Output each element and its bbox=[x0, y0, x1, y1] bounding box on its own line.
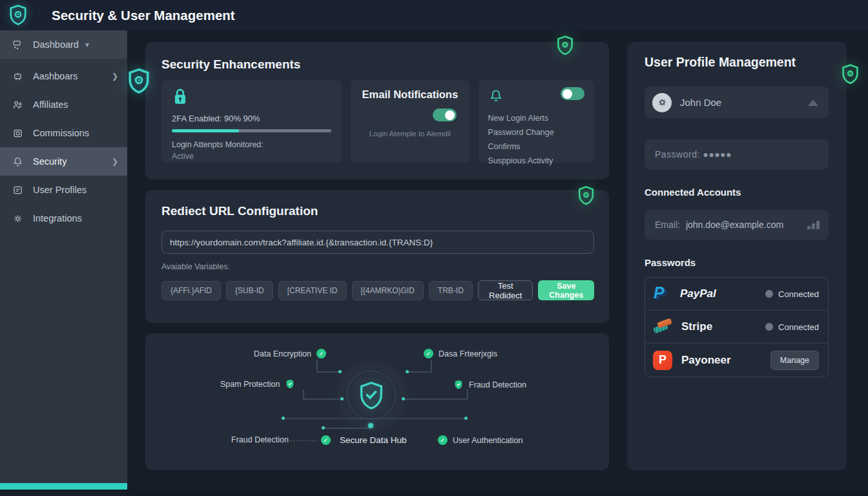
passwords-label: Passwords bbox=[645, 257, 829, 268]
shield-check-icon bbox=[356, 379, 386, 411]
security-diagram-card: Data Encryption ✓ ✓ Dasa Frteerjxgis Spa… bbox=[145, 333, 609, 470]
connector-line bbox=[408, 371, 431, 373]
sidebar-item-label: Commissions bbox=[33, 128, 89, 138]
variable-chip[interactable]: [{4AMRKO)GID bbox=[352, 281, 424, 300]
connector-line bbox=[284, 418, 466, 419]
triangle-up-icon bbox=[808, 99, 818, 106]
password-field[interactable]: Password: ●●●●● bbox=[645, 140, 829, 169]
signal-icon bbox=[807, 221, 820, 229]
profile-card-icon bbox=[12, 184, 24, 196]
connector-line bbox=[404, 398, 468, 400]
toggle-knob bbox=[563, 89, 572, 99]
connected-accounts-list: PP PayPal Connected Stripe Connected P P… bbox=[645, 277, 829, 377]
bell-icon bbox=[12, 156, 24, 168]
twofa-progress-fill bbox=[172, 129, 239, 132]
connector-dot bbox=[402, 397, 405, 400]
email-value: john.doe@example.com bbox=[686, 220, 783, 230]
diagram-node-user-authentication: ✓ User Authentication bbox=[438, 435, 522, 445]
twofa-card: 2FA Enabled: 90% 90% Login Attenpts Moni… bbox=[161, 80, 342, 163]
node-label: Secure Data Hub bbox=[340, 435, 407, 445]
robot-icon bbox=[12, 70, 24, 83]
shield-gear-logo-icon bbox=[6, 3, 30, 27]
account-name: Stripe bbox=[681, 320, 712, 333]
sidebar-item-label: Integrations bbox=[33, 213, 82, 223]
sidebar-item-integrations[interactable]: Integrations bbox=[0, 204, 127, 232]
variable-chip[interactable]: TRB-ID bbox=[429, 281, 473, 300]
diagram-node-spam-protection: Spam Protection bbox=[220, 378, 295, 389]
payoneer-icon: P bbox=[653, 351, 672, 370]
check-circle-icon: ✓ bbox=[424, 349, 433, 358]
status-dot bbox=[765, 290, 773, 298]
variable-chip[interactable]: {SUB-ID bbox=[226, 281, 273, 300]
check-circle-icon: ✓ bbox=[321, 435, 331, 445]
twofa-status-label: 2FA Enabled: 90% 90% bbox=[172, 114, 331, 123]
login-alerts-card: New Login Alerts Password Change Confirm… bbox=[479, 80, 594, 163]
password-value: Password: ●●●●● bbox=[655, 149, 732, 160]
status-dot bbox=[765, 323, 773, 331]
sidebar-item-user-profiles[interactable]: User Profiles bbox=[0, 176, 127, 204]
page-title: Security & User Management bbox=[52, 0, 235, 30]
sidebar-item-security[interactable]: Security ❯ bbox=[0, 147, 127, 176]
diagram-node-secure-data-hub: ✓ Secure Data Hub bbox=[321, 435, 407, 445]
diagram-node-fraud-detection-bottom: Fraud Detection bbox=[231, 435, 289, 444]
alert-item: Password Change Confirms bbox=[488, 125, 584, 154]
redirect-url-card: Rediect URL Configuration Avaiable Varia… bbox=[145, 190, 609, 323]
connector-dot bbox=[406, 370, 409, 373]
user-profile-panel: User Profile Management John Doe Passwor… bbox=[627, 42, 847, 470]
login-attempts-label: Login Attenpts Monitored: bbox=[172, 140, 331, 149]
node-label: Fraud Detection bbox=[469, 380, 526, 389]
connector-dot bbox=[464, 417, 468, 420]
connector-dot bbox=[340, 397, 344, 400]
connector-dot bbox=[282, 417, 285, 420]
affiliates-icon bbox=[12, 99, 24, 111]
sidebar-item-affiliates[interactable]: Affiliates bbox=[0, 90, 127, 119]
avatar bbox=[652, 93, 672, 112]
toggle-knob bbox=[445, 110, 455, 120]
sidebar-item-aashboars[interactable]: Aashboars ❯ bbox=[0, 62, 127, 90]
account-status: Connected bbox=[778, 322, 819, 332]
alert-item: Susppious Activity bbox=[488, 154, 584, 168]
diagram-node-fraud-detection-right: Fraud Detection bbox=[453, 379, 526, 390]
connector-line bbox=[431, 360, 432, 372]
account-row-payoneer: P Payoneer Manage bbox=[645, 344, 828, 377]
diagram-node-dasa: ✓ Dasa Frteerjxgis bbox=[424, 349, 497, 358]
login-attempts-value: Active bbox=[172, 152, 331, 161]
account-row-stripe: Stripe Connected bbox=[645, 311, 828, 344]
sidebar-item-dashboard[interactable]: Dashboard ▼ bbox=[0, 30, 127, 59]
sidebar-item-label: Affiliates bbox=[33, 99, 68, 110]
save-changes-button[interactable]: Save Changes bbox=[538, 280, 594, 300]
node-label: Fraud Detection bbox=[231, 435, 289, 444]
account-name: Payoneer bbox=[681, 354, 731, 367]
connector-line bbox=[467, 389, 468, 399]
email-field[interactable]: Email: john.doe@example.com bbox=[645, 210, 829, 240]
app-header: Security & User Management bbox=[0, 0, 868, 30]
bell-icon bbox=[488, 87, 504, 105]
email-notifications-subtitle: Login Atemple to Alemdil bbox=[360, 130, 460, 138]
name-value: John Doe bbox=[680, 97, 721, 108]
connector-dash bbox=[290, 440, 317, 441]
variable-chip[interactable]: [CREATIVE ID bbox=[278, 281, 347, 300]
connector-line bbox=[324, 428, 371, 429]
connector-dot bbox=[322, 426, 325, 429]
test-redirect-button[interactable]: Test Redidect bbox=[478, 280, 533, 300]
sidebar-item-commissions[interactable]: Commissions bbox=[0, 119, 127, 147]
chevron-down-icon: ▼ bbox=[84, 41, 90, 48]
chevron-right-icon: ❯ bbox=[112, 157, 118, 166]
commissions-icon bbox=[12, 127, 24, 140]
variable-chip[interactable]: {AFFi.}AFID bbox=[161, 281, 221, 300]
login-alerts-toggle[interactable] bbox=[561, 87, 584, 100]
redirect-url-input[interactable] bbox=[161, 231, 594, 254]
diagram-node-data-encryption: Data Encryption ✓ bbox=[254, 349, 326, 358]
account-name: PayPal bbox=[680, 287, 716, 300]
alert-item: New Login Alerts bbox=[488, 111, 584, 125]
paypal-icon: PP bbox=[653, 284, 671, 304]
email-notifications-toggle[interactable] bbox=[433, 108, 457, 121]
panel-title: User Profile Management bbox=[645, 55, 829, 70]
available-variables-label: Avaiable Variables: bbox=[161, 262, 594, 271]
manage-button[interactable]: Manage bbox=[770, 351, 819, 370]
name-field[interactable]: John Doe bbox=[645, 87, 829, 118]
connector-dot bbox=[338, 370, 342, 373]
node-label: User Authentication bbox=[453, 436, 522, 445]
gear-icon bbox=[12, 212, 24, 225]
connector-line bbox=[303, 398, 342, 400]
